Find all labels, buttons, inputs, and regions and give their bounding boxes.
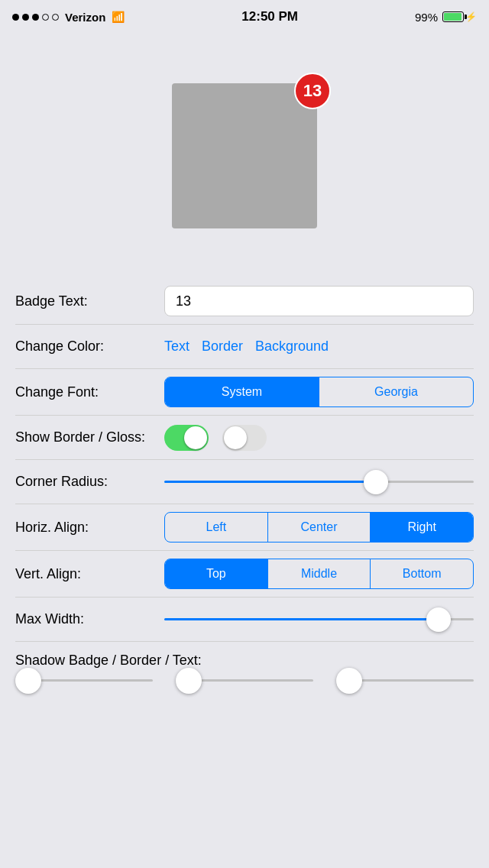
shadow-sliders-row <box>15 672 474 697</box>
gloss-toggle[interactable] <box>222 425 267 451</box>
badge-text-content <box>164 286 474 316</box>
corner-radius-row: Corner Radius: <box>15 460 474 504</box>
bolt-icon: ⚡ <box>465 11 477 22</box>
vert-align-content: Top Middle Bottom <box>164 559 474 589</box>
dot-2 <box>22 14 29 21</box>
vert-align-row: Vert. Align: Top Middle Bottom <box>15 551 474 598</box>
max-width-slider[interactable] <box>164 618 474 620</box>
shadow-badge-slider[interactable] <box>15 679 153 682</box>
battery-icon <box>442 11 464 22</box>
color-links: Text Border Background <box>164 338 474 355</box>
badge-text-label: Badge Text: <box>15 293 164 309</box>
dot-4 <box>42 14 49 21</box>
toggle-container <box>164 425 474 451</box>
status-bar: Verizon 📶 12:50 PM 99% ⚡ <box>0 0 489 34</box>
badge-bubble: 13 <box>294 73 331 109</box>
show-border-row: Show Border / Gloss: <box>15 416 474 460</box>
dot-1 <box>12 14 19 21</box>
status-left: Verizon 📶 <box>12 11 125 24</box>
font-segmented: System Georgia <box>164 377 474 407</box>
battery-percent: 99% <box>415 11 438 24</box>
vert-top-btn[interactable]: Top <box>165 559 268 588</box>
dot-5 <box>52 14 59 21</box>
status-time: 12:50 PM <box>241 9 298 24</box>
wifi-icon: 📶 <box>112 11 125 23</box>
preview-image <box>172 83 317 228</box>
carrier-label: Verizon <box>65 11 105 24</box>
corner-radius-label: Corner Radius: <box>15 474 164 490</box>
horiz-align-label: Horiz. Align: <box>15 520 164 536</box>
dot-3 <box>32 14 39 21</box>
change-font-row: Change Font: System Georgia <box>15 369 474 416</box>
horiz-align-segmented: Left Center Right <box>164 512 474 542</box>
color-border-link[interactable]: Border <box>202 338 243 355</box>
max-width-slider-container <box>164 618 474 620</box>
vert-align-segmented: Top Middle Bottom <box>164 559 474 589</box>
battery-container: ⚡ <box>442 11 477 22</box>
corner-radius-slider-container <box>164 481 474 483</box>
max-width-label: Max Width: <box>15 611 164 627</box>
badge-text-row: Badge Text: <box>15 278 474 325</box>
vert-align-label: Vert. Align: <box>15 566 164 582</box>
border-toggle[interactable] <box>164 425 209 451</box>
font-segmented-control: System Georgia <box>164 377 474 407</box>
change-color-label: Change Color: <box>15 338 164 355</box>
badge-preview-wrapper: 13 <box>172 83 317 228</box>
battery-fill <box>444 13 461 21</box>
gloss-toggle-knob <box>224 426 247 449</box>
max-width-row: Max Width: <box>15 598 474 642</box>
change-font-label: Change Font: <box>15 384 164 400</box>
border-toggle-knob <box>184 426 207 449</box>
badge-text-input[interactable] <box>164 286 474 316</box>
status-right: 99% ⚡ <box>415 11 477 24</box>
vert-bottom-btn[interactable]: Bottom <box>371 559 473 588</box>
horiz-center-btn[interactable]: Center <box>268 513 371 542</box>
signal-dots <box>12 14 59 21</box>
font-georgia-btn[interactable]: Georgia <box>319 377 473 406</box>
shadow-border-slider[interactable] <box>176 679 313 682</box>
vert-middle-btn[interactable]: Middle <box>268 559 371 588</box>
shadow-text-slider[interactable] <box>336 679 474 682</box>
corner-radius-slider[interactable] <box>164 481 474 483</box>
color-text-link[interactable]: Text <box>164 338 189 355</box>
shadow-label: Shadow Badge / Border / Text: <box>15 653 202 668</box>
horiz-left-btn[interactable]: Left <box>165 513 268 542</box>
preview-area: 13 <box>0 34 489 278</box>
horiz-right-btn[interactable]: Right <box>371 513 473 542</box>
color-background-link[interactable]: Background <box>255 338 329 355</box>
font-system-btn[interactable]: System <box>165 377 319 406</box>
horiz-align-row: Horiz. Align: Left Center Right <box>15 504 474 551</box>
change-color-row: Change Color: Text Border Background <box>15 325 474 369</box>
badge-number: 13 <box>303 81 322 101</box>
show-border-label: Show Border / Gloss: <box>15 429 164 445</box>
horiz-align-content: Left Center Right <box>164 512 474 542</box>
controls-panel: Badge Text: Change Color: Text Border Ba… <box>0 278 489 697</box>
